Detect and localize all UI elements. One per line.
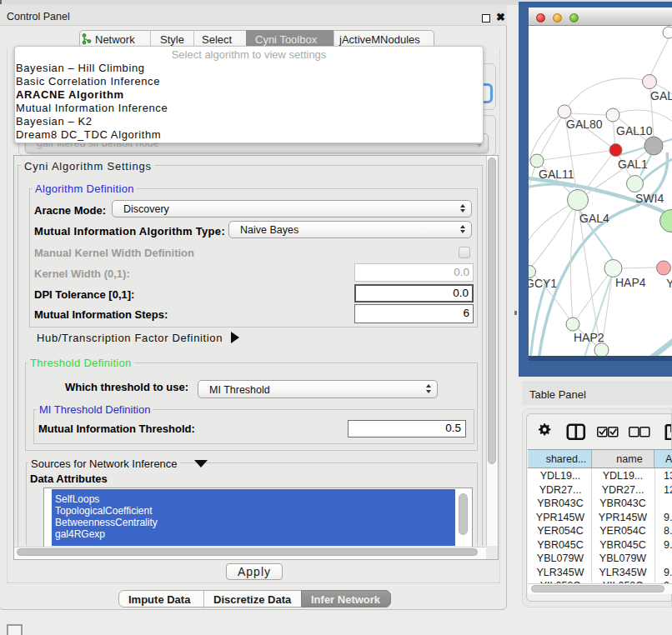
svg-text:GAL7: GAL7 xyxy=(650,89,672,102)
svg-text:GAL10: GAL10 xyxy=(616,124,653,138)
svg-text:GAL1: GAL1 xyxy=(618,158,648,171)
svg-text:GAL4: GAL4 xyxy=(579,212,609,225)
svg-text:GAL11: GAL11 xyxy=(539,168,574,181)
svg-text:SWI4: SWI4 xyxy=(635,192,664,205)
svg-text:GAL80: GAL80 xyxy=(566,118,603,131)
svg-text:HAP2: HAP2 xyxy=(574,331,604,344)
svg-text:YJ: YJ xyxy=(666,277,672,290)
svg-text:HAP4: HAP4 xyxy=(615,276,646,289)
svg-text:GCY1: GCY1 xyxy=(529,277,557,290)
